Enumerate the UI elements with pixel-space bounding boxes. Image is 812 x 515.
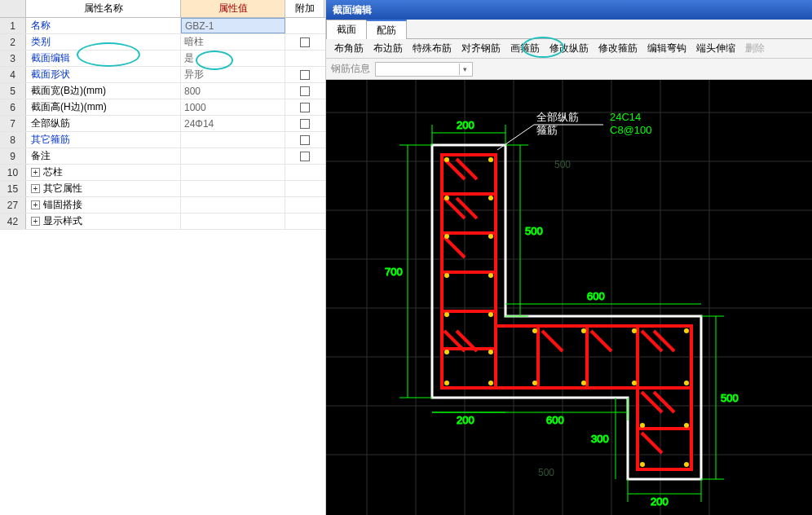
checkbox[interactable] [300, 103, 310, 112]
tool-edge-bar[interactable]: 布边筋 [373, 42, 403, 55]
property-row[interactable]: 4截面形状异形 [0, 67, 325, 83]
tool-special-bar[interactable]: 特殊布筋 [413, 42, 452, 55]
section-canvas[interactable]: 200 500 600 700 200 600 300 [326, 80, 812, 515]
expand-icon[interactable]: + [31, 168, 40, 177]
tool-modify-stirrup[interactable]: 修改箍筋 [598, 42, 638, 55]
prop-name: 其它箍筋 [26, 132, 181, 147]
property-row[interactable]: 2类别暗柱 [0, 34, 325, 51]
tab-rebar[interactable]: 配筋 [366, 20, 407, 39]
prop-extra [285, 34, 324, 50]
prop-value[interactable]: 1000 [181, 99, 285, 115]
checkbox[interactable] [300, 152, 310, 161]
property-row[interactable]: 9备注 [0, 148, 325, 165]
prop-name: +显示样式 [26, 213, 181, 229]
svg-point-46 [488, 234, 493, 239]
property-row[interactable]: 5截面宽(B边)(mm)800 [0, 83, 325, 99]
svg-point-41 [444, 157, 449, 162]
svg-point-42 [488, 157, 493, 162]
checkbox[interactable] [300, 70, 310, 80]
svg-point-45 [444, 234, 449, 239]
svg-line-96 [497, 125, 534, 150]
property-row[interactable]: 27+锚固搭接 [0, 197, 325, 213]
svg-point-50 [488, 312, 493, 317]
prop-name: +其它属性 [26, 181, 181, 196]
prop-value[interactable] [181, 197, 285, 213]
svg-line-40 [642, 433, 662, 453]
prop-extra [285, 213, 324, 229]
prop-value[interactable] [181, 132, 285, 147]
svg-text:全部纵筋: 全部纵筋 [536, 111, 579, 123]
svg-point-49 [444, 312, 449, 317]
tool-modify-long[interactable]: 修改纵筋 [549, 42, 589, 55]
property-row[interactable]: 15+其它属性 [0, 181, 325, 197]
svg-text:600: 600 [587, 290, 605, 302]
prop-value[interactable]: 暗柱 [181, 34, 285, 50]
prop-value[interactable]: 800 [181, 83, 285, 99]
expand-icon[interactable]: + [31, 217, 40, 226]
property-row[interactable]: 10+芯柱 [0, 165, 325, 181]
expand-icon[interactable]: + [31, 200, 40, 209]
prop-value[interactable] [181, 148, 285, 164]
row-number: 1 [0, 18, 26, 33]
checkbox[interactable] [300, 37, 310, 47]
col-value-header: 属性值 [181, 0, 285, 17]
svg-line-35 [591, 331, 611, 351]
svg-point-53 [444, 381, 449, 385]
rebar-info-label: 钢筋信息 [331, 62, 370, 76]
svg-point-44 [488, 196, 493, 200]
property-row[interactable]: 6截面高(H边)(mm)1000 [0, 99, 325, 116]
editor-tabs: 截面 配筋 [326, 20, 812, 39]
tool-draw-stirrup[interactable]: 画箍筋 [510, 42, 540, 55]
rebar-info-dropdown[interactable]: ▾ [375, 62, 473, 77]
tool-corner-bar[interactable]: 布角筋 [334, 42, 364, 55]
prop-name: 截面宽(B边)(mm) [26, 83, 181, 99]
svg-text:C8@100: C8@100 [610, 124, 652, 136]
property-row[interactable]: 42+显示样式 [0, 213, 325, 230]
checkbox[interactable] [300, 119, 310, 129]
prop-extra [285, 197, 324, 213]
tool-end-extend[interactable]: 端头伸缩 [696, 42, 735, 55]
property-table-header: 属性名称 属性值 附加 [0, 0, 325, 18]
prop-value[interactable]: GBZ-1 [181, 18, 285, 33]
prop-value[interactable]: 24Φ14 [181, 116, 285, 131]
svg-point-60 [632, 381, 637, 385]
tool-delete[interactable]: 删除 [745, 42, 765, 55]
property-row[interactable]: 7全部纵筋24Φ14 [0, 116, 325, 132]
svg-line-31 [444, 237, 465, 258]
property-row[interactable]: 3截面编辑是 [0, 51, 325, 67]
hooks [444, 159, 674, 453]
tool-align-bar[interactable]: 对齐钢筋 [461, 42, 501, 55]
annotation: 全部纵筋 箍筋 24C14 C8@100 [497, 111, 652, 150]
prop-value[interactable] [181, 181, 285, 196]
svg-text:700: 700 [385, 266, 403, 278]
property-row[interactable]: 1名称GBZ-1 [0, 18, 325, 34]
tool-edit-hook[interactable]: 编辑弯钩 [647, 42, 686, 55]
svg-point-59 [632, 328, 637, 333]
row-number: 9 [0, 148, 26, 164]
prop-name: 全部纵筋 [26, 116, 181, 131]
prop-value[interactable] [181, 213, 285, 229]
prop-value[interactable]: 是 [181, 51, 285, 66]
expand-icon[interactable]: + [31, 184, 40, 193]
svg-point-51 [444, 350, 449, 354]
chevron-down-icon: ▾ [459, 64, 470, 75]
checkbox[interactable] [300, 135, 310, 145]
svg-point-43 [444, 196, 449, 200]
row-number: 3 [0, 51, 26, 66]
svg-text:24C14: 24C14 [610, 111, 641, 123]
prop-name: 名称 [26, 18, 181, 33]
row-number: 4 [0, 67, 26, 82]
row-number: 42 [0, 213, 26, 229]
prop-extra [285, 18, 324, 33]
prop-value[interactable] [181, 165, 285, 180]
property-row[interactable]: 8其它箍筋 [0, 132, 325, 148]
svg-text:200: 200 [651, 495, 669, 508]
svg-text:200: 200 [457, 414, 474, 426]
prop-name: +芯柱 [26, 165, 181, 180]
svg-text:箍筋: 箍筋 [536, 124, 558, 136]
svg-point-47 [444, 273, 449, 278]
tab-section[interactable]: 截面 [326, 20, 367, 39]
checkbox[interactable] [300, 86, 310, 96]
prop-value[interactable]: 异形 [181, 67, 285, 82]
faint-dim-a: 500 [554, 159, 571, 170]
